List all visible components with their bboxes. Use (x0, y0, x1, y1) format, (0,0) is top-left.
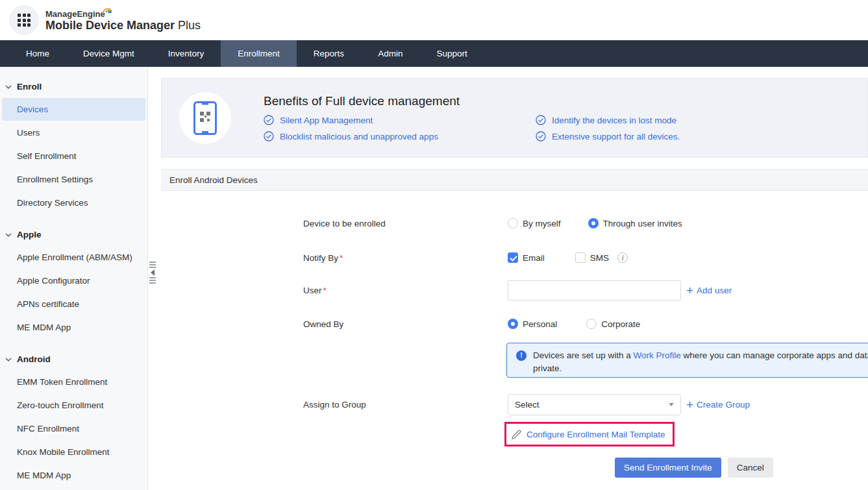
benefit-item[interactable]: Identify the devices in lost mode (536, 115, 680, 125)
nav-tab-inventory[interactable]: Inventory (151, 40, 221, 67)
owned-by-label: Owned By (303, 319, 508, 329)
benefit-label: Identify the devices in lost mode (552, 116, 676, 125)
radio-label: Personal (523, 319, 557, 329)
main-content: Benefits of Full device management Silen… (148, 67, 868, 490)
sidebar-item-knox-mobile-enrollment[interactable]: Knox Mobile Enrollment (2, 441, 145, 463)
sidebar-item-me-mdm-app-apple[interactable]: ME MDM App (2, 316, 145, 339)
cancel-button[interactable]: Cancel (728, 458, 773, 478)
checkbox-checked-icon (508, 252, 518, 263)
radio-through-user-invites[interactable]: Through user invites (588, 218, 682, 228)
checkbox-label: SMS (590, 253, 609, 263)
sidebar-item-zero-touch-enrollment[interactable]: Zero-touch Enrollment (2, 394, 145, 417)
brand-top-text: ManageEngine (45, 9, 105, 19)
info-note-line2: private. (533, 362, 868, 375)
add-user-link[interactable]: + Add user (686, 284, 732, 297)
sidebar: Enroll Devices Users Self Enrollment Enr… (0, 67, 148, 490)
collapse-arrow-icon (151, 269, 155, 276)
benefit-label: Silent App Management (280, 116, 373, 125)
brand: ManageEngine Mobile Device Manager Plus (45, 8, 201, 32)
required-asterisk: * (340, 253, 343, 263)
nav-tab-home[interactable]: Home (9, 40, 66, 67)
sidebar-item-emm-token-enrollment[interactable]: EMM Token Enrollment (2, 371, 145, 393)
sidebar-section-apple[interactable]: Apple (0, 224, 147, 245)
radio-label: By myself (523, 219, 561, 228)
chevron-down-icon (5, 232, 12, 238)
sidebar-section-enroll[interactable]: Enroll (0, 76, 147, 97)
assign-group-row: Assign to Group Select + Create Group (303, 394, 750, 415)
product-title-plus: Plus (178, 19, 201, 32)
sidebar-item-nfc-enrollment[interactable]: NFC Enrollment (2, 417, 145, 440)
user-label: User* (303, 286, 508, 295)
nav-tab-reports[interactable]: Reports (297, 40, 361, 67)
assign-group-label: Assign to Group (303, 400, 508, 410)
chevron-down-icon (5, 356, 12, 363)
radio-icon (508, 218, 518, 228)
info-note-line1: Devices are set up with a Work Profile w… (533, 349, 868, 362)
sidebar-item-devices[interactable]: Devices (2, 98, 145, 121)
benefit-item[interactable]: Extensive support for all devices. (536, 131, 680, 141)
section-title-bar: Enroll Android Devices (161, 169, 868, 191)
radio-personal[interactable]: Personal (508, 319, 557, 329)
chevron-down-icon (669, 403, 674, 406)
section-title: Enroll Android Devices (169, 175, 258, 185)
app-grid-button[interactable] (9, 5, 39, 35)
product-title: Mobile Device Manager Plus (45, 19, 201, 32)
label-text: Notify By (303, 253, 338, 263)
group-select[interactable]: Select (508, 394, 681, 415)
checkbox-label: Email (523, 253, 545, 263)
form-actions: Send Enrollment Invite Cancel (615, 458, 773, 478)
sidebar-item-apple-configurator[interactable]: Apple Configurator (2, 269, 145, 292)
info-icon: ! (516, 350, 527, 361)
configure-mail-template-link[interactable]: Configure Enrollment Mail Template (527, 430, 665, 439)
benefit-item[interactable]: Blocklist malicious and unapproved apps (264, 131, 438, 141)
send-enrollment-invite-button[interactable]: Send Enrollment Invite (615, 458, 721, 478)
mail-template-highlight-box: Configure Enrollment Mail Template (504, 422, 675, 447)
plus-icon: + (686, 398, 693, 411)
product-title-bold: Mobile Device Manager (45, 19, 175, 32)
sidebar-item-directory-services[interactable]: Directory Services (2, 191, 145, 214)
benefits-banner: Benefits of Full device management Silen… (161, 78, 868, 158)
checkbox-email[interactable]: Email (508, 252, 545, 263)
sidebar-item-self-enrollment[interactable]: Self Enrollment (2, 145, 145, 167)
sidebar-collapse-handle[interactable] (149, 262, 156, 284)
work-profile-info-note: ! Devices are set up with a Work Profile… (506, 343, 868, 378)
sidebar-item-me-mdm-app-android[interactable]: ME MDM App (2, 464, 145, 487)
qr-phone-badge (179, 92, 231, 144)
phone-qr-icon (193, 101, 217, 135)
radio-by-myself[interactable]: By myself (508, 218, 561, 228)
nav-tab-support[interactable]: Support (419, 40, 484, 67)
radio-label: Through user invites (603, 219, 682, 228)
check-circle-icon (264, 131, 274, 141)
app-grid-icon (18, 14, 31, 27)
sidebar-section-label: Apple (17, 230, 42, 239)
checkbox-sms[interactable]: SMS i (575, 252, 628, 263)
create-group-label: Create Group (697, 400, 750, 410)
sidebar-section-label: Enroll (17, 82, 42, 92)
sidebar-item-enrollment-settings[interactable]: Enrollment Settings (2, 168, 145, 191)
benefit-item[interactable]: Silent App Management (264, 115, 438, 125)
radio-corporate[interactable]: Corporate (586, 319, 640, 329)
group-select-value: Select (515, 400, 539, 410)
sms-info-icon[interactable]: i (617, 252, 628, 263)
sidebar-section-label: Android (17, 354, 51, 364)
radio-selected-icon (588, 218, 599, 228)
check-circle-icon (536, 115, 546, 125)
main-navbar: Home Device Mgmt Inventory Enrollment Re… (0, 40, 868, 67)
sidebar-item-apns-certificate[interactable]: APNs certificate (2, 293, 145, 315)
sidebar-item-apple-enrollment[interactable]: Apple Enrollment (ABM/ASM) (2, 246, 145, 269)
sidebar-item-users[interactable]: Users (2, 121, 145, 144)
sidebar-section-android[interactable]: Android (0, 349, 147, 370)
required-asterisk: * (323, 286, 327, 295)
owned-by-row: Owned By Personal Corporate (303, 319, 640, 329)
label-text: User (303, 286, 322, 295)
nav-tab-enrollment[interactable]: Enrollment (221, 40, 297, 67)
nav-tab-device-mgmt[interactable]: Device Mgmt (66, 40, 151, 67)
create-group-link[interactable]: + Create Group (686, 398, 750, 411)
benefits-title: Benefits of Full device management (264, 94, 680, 108)
work-profile-link[interactable]: Work Profile (634, 350, 681, 360)
add-user-label: Add user (697, 286, 732, 295)
check-circle-icon (536, 131, 546, 141)
radio-icon (586, 319, 597, 329)
user-input[interactable] (508, 280, 681, 300)
nav-tab-admin[interactable]: Admin (361, 40, 419, 67)
